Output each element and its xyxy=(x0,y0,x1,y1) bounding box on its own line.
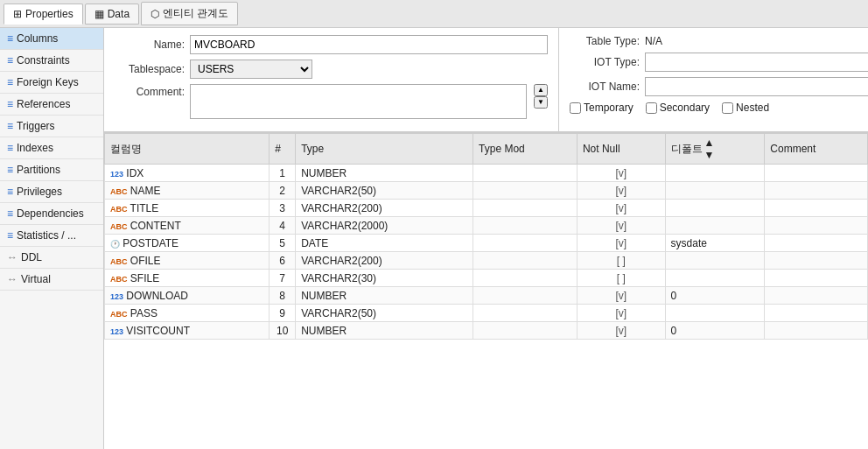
nested-checkbox-label[interactable]: Nested xyxy=(722,102,769,114)
sidebar-item-foreign-keys[interactable]: ≡ Foreign Keys xyxy=(0,72,103,94)
type-icon-123: 123 xyxy=(110,292,123,301)
virtual-icon: ↔ xyxy=(7,273,18,285)
properties-icon: ⊞ xyxy=(13,8,22,20)
sidebar-label-statistics: Statistics / ... xyxy=(17,229,76,242)
iot-name-row: IOT Name: xyxy=(570,77,868,96)
cell-default: 0 xyxy=(665,287,765,305)
cell-num: 2 xyxy=(270,182,296,200)
cell-num: 7 xyxy=(270,270,296,287)
cell-default xyxy=(665,200,765,217)
sidebar-item-triggers[interactable]: ≡ Triggers xyxy=(0,116,103,137)
cell-num: 4 xyxy=(270,217,296,235)
sidebar-item-dependencies[interactable]: ≡ Dependencies xyxy=(0,203,103,225)
cell-type: VARCHAR2(50) xyxy=(296,305,473,322)
cell-name: 123 VISITCOUNT xyxy=(105,322,270,340)
cell-notnull: [v] xyxy=(577,165,665,182)
th-type[interactable]: Type xyxy=(296,134,473,165)
sidebar-item-statistics[interactable]: ≡ Statistics / ... xyxy=(0,225,103,247)
sidebar: ≡ Columns ≡ Constraints ≡ Foreign Keys ≡… xyxy=(0,28,104,449)
cell-comment xyxy=(765,287,868,305)
tablespace-label: Tablespace: xyxy=(115,63,185,75)
th-column-name[interactable]: 컬럼명 xyxy=(105,134,270,165)
tablespace-row: Tablespace: USERS xyxy=(115,60,548,79)
cell-type: VARCHAR2(30) xyxy=(296,270,473,287)
references-icon: ≡ xyxy=(7,98,13,110)
type-icon-abc: ABC xyxy=(110,205,128,214)
partitions-icon: ≡ xyxy=(7,164,13,176)
table-type-value: N/A xyxy=(645,35,662,47)
cell-comment xyxy=(765,322,868,340)
scroll-down-button[interactable]: ▼ xyxy=(534,96,548,109)
table-row[interactable]: ABC NAME 2 VARCHAR2(50) [v] xyxy=(105,182,868,200)
iot-name-input[interactable] xyxy=(645,77,868,96)
type-icon-abc: ABC xyxy=(110,275,128,284)
cell-comment xyxy=(765,305,868,322)
secondary-checkbox[interactable] xyxy=(646,102,657,114)
table-header-row: 컬럼명 # Type Type Mod Not Null xyxy=(105,134,868,165)
type-icon-abc: ABC xyxy=(110,187,128,196)
sidebar-item-privileges[interactable]: ≡ Privileges xyxy=(0,181,103,203)
sidebar-label-constraints: Constraints xyxy=(17,54,70,67)
temporary-checkbox-label[interactable]: Temporary xyxy=(570,102,634,114)
nested-checkbox[interactable] xyxy=(722,102,733,114)
table-row[interactable]: ABC SFILE 7 VARCHAR2(30) [ ] xyxy=(105,270,868,287)
tab-data[interactable]: ▦ Data xyxy=(85,4,139,25)
iot-type-input[interactable] xyxy=(645,53,868,72)
th-notnull[interactable]: Not Null xyxy=(577,134,665,165)
sidebar-item-partitions[interactable]: ≡ Partitions xyxy=(0,159,103,181)
data-icon: ▦ xyxy=(94,8,104,20)
cell-comment xyxy=(765,200,868,217)
table-row[interactable]: 🕐 POSTDATE 5 DATE [v] sysdate xyxy=(105,235,868,252)
triggers-icon: ≡ xyxy=(7,120,13,132)
table-row[interactable]: 123 VISITCOUNT 10 NUMBER [v] 0 xyxy=(105,322,868,340)
sidebar-item-references[interactable]: ≡ References xyxy=(0,94,103,116)
secondary-checkbox-label[interactable]: Secondary xyxy=(646,102,710,114)
th-default[interactable]: 디폴트 ▲▼ xyxy=(665,134,765,165)
table-row[interactable]: ABC OFILE 6 VARCHAR2(200) [ ] xyxy=(105,252,868,270)
tab-entity[interactable]: ⬡ 엔티티 관계도 xyxy=(141,2,238,25)
table-row[interactable]: ABC CONTENT 4 VARCHAR2(2000) [v] xyxy=(105,217,868,235)
scroll-up-button[interactable]: ▲ xyxy=(534,84,548,96)
table-row[interactable]: ABC PASS 9 VARCHAR2(50) [v] xyxy=(105,305,868,322)
type-icon-abc: ABC xyxy=(110,310,128,319)
name-input[interactable] xyxy=(190,35,548,54)
type-icon-123: 123 xyxy=(110,170,123,179)
cell-comment xyxy=(765,270,868,287)
cell-type: NUMBER xyxy=(296,322,473,340)
cell-name: 🕐 POSTDATE xyxy=(105,235,270,252)
cell-comment xyxy=(765,235,868,252)
sidebar-item-indexes[interactable]: ≡ Indexes xyxy=(0,137,103,159)
cell-type: DATE xyxy=(296,235,473,252)
cell-notnull: [v] xyxy=(577,182,665,200)
temporary-checkbox[interactable] xyxy=(570,102,581,114)
table-row[interactable]: ABC TITLE 3 VARCHAR2(200) [v] xyxy=(105,200,868,217)
tab-properties[interactable]: ⊞ Properties xyxy=(4,4,83,25)
cell-default xyxy=(665,270,765,287)
temporary-label: Temporary xyxy=(584,102,634,114)
cell-type: NUMBER xyxy=(296,165,473,182)
left-form: Name: Tablespace: USERS Comment: ▲ ▼ xyxy=(104,28,559,131)
sidebar-item-ddl[interactable]: ↔ DDL xyxy=(0,247,103,269)
sidebar-item-constraints[interactable]: ≡ Constraints xyxy=(0,50,103,72)
cell-num: 3 xyxy=(270,200,296,217)
sidebar-item-virtual[interactable]: ↔ Virtual xyxy=(0,269,103,291)
right-form: Table Type: N/A IOT Type: IOT Name: Temp… xyxy=(559,28,868,131)
cell-num: 5 xyxy=(270,235,296,252)
cell-default xyxy=(665,252,765,270)
cell-num: 6 xyxy=(270,252,296,270)
name-row: Name: xyxy=(115,35,548,54)
sidebar-item-columns[interactable]: ≡ Columns xyxy=(0,28,103,50)
tablespace-select[interactable]: USERS xyxy=(190,60,312,79)
cell-notnull: [ ] xyxy=(577,270,665,287)
th-number[interactable]: # xyxy=(270,134,296,165)
table-row[interactable]: 123 DOWNLOAD 8 NUMBER [v] 0 xyxy=(105,287,868,305)
ddl-icon: ↔ xyxy=(7,251,18,263)
cell-name: ABC SFILE xyxy=(105,270,270,287)
cell-notnull: [v] xyxy=(577,217,665,235)
th-comment[interactable]: Comment xyxy=(765,134,868,165)
table-row[interactable]: 123 IDX 1 NUMBER [v] xyxy=(105,165,868,182)
top-panel: Name: Tablespace: USERS Comment: ▲ ▼ xyxy=(104,28,868,132)
th-typemod[interactable]: Type Mod xyxy=(473,134,578,165)
content-area: Name: Tablespace: USERS Comment: ▲ ▼ xyxy=(104,28,868,449)
comment-input[interactable] xyxy=(190,84,527,119)
